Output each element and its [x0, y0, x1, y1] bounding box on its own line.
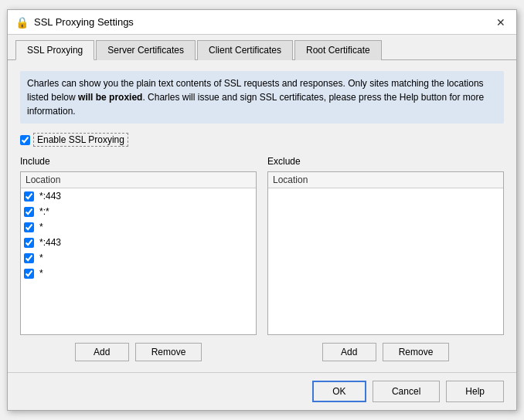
highlight-text: will be proxied [78, 92, 142, 103]
table-row[interactable]: * [21, 266, 256, 281]
exclude-panel: Exclude Location Add Remove [267, 156, 504, 361]
exclude-table-body [268, 188, 503, 334]
exclude-add-button[interactable]: Add [322, 343, 376, 361]
exclude-table: Location [267, 171, 504, 335]
row-location: *:* [39, 206, 253, 217]
enable-ssl-proxying-label[interactable]: Enable SSL Proxying [33, 133, 128, 147]
exclude-panel-title: Exclude [267, 156, 504, 167]
ok-button[interactable]: OK [312, 381, 366, 402]
exclude-table-header: Location [268, 172, 503, 188]
exclude-remove-button[interactable]: Remove [383, 343, 450, 361]
table-row[interactable]: * [21, 219, 256, 235]
dialog: 🔒 SSL Proxying Settings ✕ SSL Proxying S… [7, 9, 517, 411]
row-checkbox[interactable] [24, 191, 34, 202]
table-row[interactable]: *:443 [21, 235, 256, 250]
table-row[interactable]: * [21, 250, 256, 266]
cancel-button[interactable]: Cancel [373, 381, 440, 402]
tab-client-certificates[interactable]: Client Certificates [197, 40, 293, 60]
main-content: Charles can show you the plain text cont… [8, 60, 516, 372]
include-panel: Include Location *:443 *:* [20, 156, 257, 361]
row-checkbox[interactable] [24, 238, 34, 248]
include-table: Location *:443 *:* * [20, 171, 257, 335]
row-location: * [39, 252, 253, 263]
row-checkbox[interactable] [24, 253, 34, 263]
close-button[interactable]: ✕ [493, 15, 509, 30]
include-panel-title: Include [20, 156, 257, 167]
include-table-body: *:443 *:* * *:443 [21, 188, 256, 334]
window-title: SSL Proxying Settings [34, 16, 134, 28]
tab-server-certificates[interactable]: Server Certificates [96, 40, 196, 60]
include-remove-button[interactable]: Remove [135, 343, 202, 361]
tab-ssl-proxying[interactable]: SSL Proxying [15, 40, 94, 60]
title-bar-left: 🔒 SSL Proxying Settings [15, 16, 134, 29]
tab-root-certificate[interactable]: Root Certificate [294, 40, 382, 60]
row-checkbox[interactable] [24, 222, 34, 232]
enable-ssl-proxying-checkbox[interactable] [20, 135, 30, 145]
table-row[interactable]: *:443 [21, 188, 256, 204]
enable-ssl-proxying-row: Enable SSL Proxying [20, 131, 504, 148]
row-location: * [39, 222, 253, 232]
title-bar: 🔒 SSL Proxying Settings ✕ [8, 10, 516, 35]
footer: OK Cancel Help [8, 372, 516, 410]
description-text: Charles can show you the plain text cont… [20, 71, 504, 124]
include-table-header: Location [21, 172, 256, 188]
include-btn-row: Add Remove [20, 343, 257, 361]
help-button[interactable]: Help [446, 381, 504, 402]
exclude-btn-row: Add Remove [267, 343, 504, 361]
include-add-button[interactable]: Add [75, 343, 129, 361]
row-location: *:443 [39, 237, 253, 248]
row-checkbox[interactable] [24, 207, 34, 217]
panels-container: Include Location *:443 *:* [20, 156, 504, 361]
table-row[interactable]: *:* [21, 204, 256, 219]
row-location: * [39, 268, 253, 279]
window-icon: 🔒 [15, 16, 28, 29]
tabs-container: SSL Proxying Server Certificates Client … [8, 35, 516, 60]
row-location: *:443 [39, 191, 253, 202]
row-checkbox[interactable] [24, 269, 34, 279]
